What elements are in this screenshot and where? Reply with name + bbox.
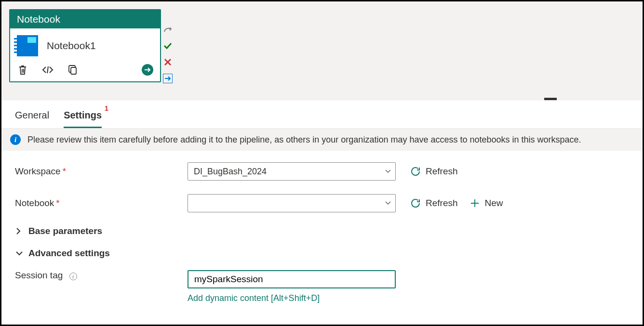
workspace-select[interactable]: DI_BugBash_2024	[188, 162, 396, 181]
add-dynamic-content-link[interactable]: Add dynamic content [Alt+Shift+D]	[188, 293, 396, 303]
required-asterisk: *	[63, 166, 66, 176]
session-tag-label: Session tag i	[15, 270, 188, 281]
refresh-label: Refresh	[426, 166, 458, 177]
properties-panel: General Settings 1 i Please review this …	[1, 100, 643, 312]
activity-name: Notebook1	[47, 40, 96, 52]
chevron-right-icon	[16, 228, 23, 235]
new-notebook-button[interactable]: New	[470, 198, 503, 209]
notebook-label-text: Notebook	[15, 198, 54, 208]
info-banner: i Please review this item carefully befo…	[1, 129, 643, 151]
on-fail-handle-icon[interactable]	[163, 57, 173, 67]
tab-settings[interactable]: Settings 1	[64, 110, 102, 128]
tab-bar: General Settings 1	[1, 100, 643, 129]
settings-form: Workspace* DI_BugBash_2024 Refresh Note	[1, 151, 643, 303]
activity-dependency-handles	[163, 10, 174, 83]
workspace-label: Workspace*	[15, 166, 188, 177]
code-icon[interactable]	[42, 64, 54, 76]
run-arrow-icon[interactable]	[142, 64, 153, 76]
notebook-activity-card[interactable]: Notebook Notebook1	[9, 9, 161, 82]
info-message: Please review this item carefully before…	[27, 135, 581, 145]
session-tag-input[interactable]	[188, 270, 396, 288]
required-asterisk: *	[56, 198, 59, 208]
on-success-handle-icon[interactable]	[163, 41, 173, 51]
pipeline-canvas[interactable]: Notebook Notebook1	[1, 1, 643, 100]
notebook-label: Notebook*	[15, 198, 188, 209]
plus-icon	[470, 198, 480, 209]
info-hint-icon[interactable]: i	[69, 273, 77, 280]
notebook-select-value	[188, 194, 396, 212]
refresh-notebook-button[interactable]: Refresh	[410, 198, 458, 209]
tab-settings-badge: 1	[105, 104, 108, 112]
chevron-down-icon	[16, 251, 23, 256]
delete-icon[interactable]	[17, 64, 28, 76]
refresh-label: Refresh	[426, 198, 458, 209]
refresh-icon	[410, 198, 421, 209]
svg-rect-0	[71, 67, 76, 74]
workspace-select-value: DI_BugBash_2024	[188, 162, 396, 181]
base-parameters-toggle[interactable]: Base parameters	[15, 226, 629, 236]
info-icon: i	[10, 134, 21, 145]
refresh-workspace-button[interactable]: Refresh	[410, 166, 458, 177]
activity-type-header: Notebook	[10, 10, 160, 28]
advanced-settings-label: Advanced settings	[28, 248, 110, 259]
workspace-row: Workspace* DI_BugBash_2024 Refresh	[15, 162, 629, 181]
notebook-row: Notebook* Refresh	[15, 194, 629, 212]
on-completion-handle-icon[interactable]	[163, 74, 173, 83]
notebook-icon	[17, 35, 38, 56]
tab-general[interactable]: General	[15, 110, 49, 128]
tab-settings-label: Settings	[64, 110, 102, 120]
copy-icon[interactable]	[67, 64, 79, 76]
session-tag-label-text: Session tag	[15, 270, 63, 280]
refresh-icon	[410, 166, 421, 177]
new-label: New	[485, 198, 503, 209]
notebook-actions: Refresh New	[410, 198, 503, 209]
notebook-select[interactable]	[188, 194, 396, 212]
activity-toolbar	[10, 59, 160, 81]
workspace-label-text: Workspace	[15, 166, 61, 176]
on-skip-handle-icon[interactable]	[163, 25, 173, 34]
panel-resize-handle[interactable]	[544, 98, 557, 100]
session-tag-row: Session tag i Add dynamic content [Alt+S…	[15, 270, 629, 303]
activity-body: Notebook1	[10, 28, 160, 59]
advanced-settings-toggle[interactable]: Advanced settings	[15, 248, 629, 259]
workspace-actions: Refresh	[410, 166, 458, 177]
base-parameters-label: Base parameters	[28, 226, 102, 236]
